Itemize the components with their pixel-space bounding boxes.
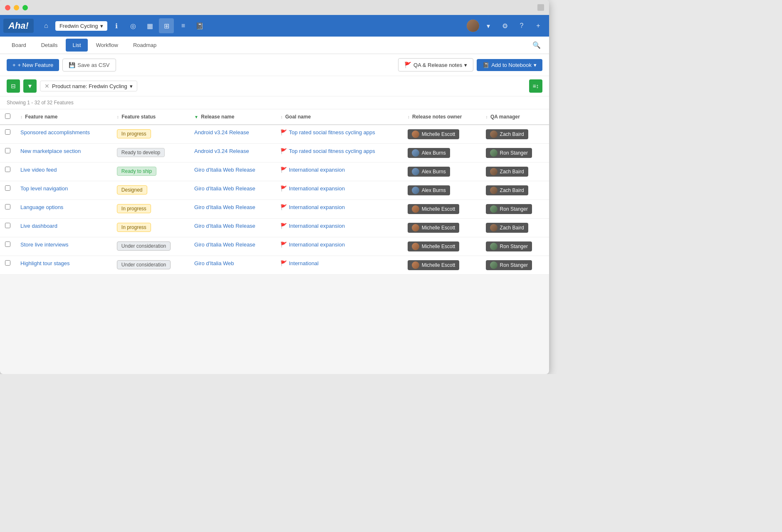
table-header-row: ↕ Feature name ↕ Feature status ▼ Releas… bbox=[0, 109, 549, 125]
release-name-cell: Giro d'Italia Web Release bbox=[189, 200, 275, 219]
qa-label: QA & Release notes bbox=[413, 62, 462, 68]
settings-icon[interactable]: ⚙ bbox=[497, 18, 512, 33]
feature-name-link[interactable]: Live video feed bbox=[20, 167, 57, 173]
qa-manager-header[interactable]: ↕ QA manager bbox=[481, 109, 549, 125]
release-name-link[interactable]: Android v3.24 Release bbox=[194, 148, 249, 154]
home-icon[interactable]: ⌂ bbox=[39, 18, 54, 33]
notes-owner-badge: Michelle Escott bbox=[408, 223, 460, 233]
feature-name-link[interactable]: Live dashboard bbox=[20, 223, 57, 229]
row-checkbox[interactable] bbox=[5, 260, 10, 266]
tab-list[interactable]: List bbox=[66, 39, 87, 52]
row-checkbox-cell bbox=[0, 125, 15, 144]
feature-status-header[interactable]: ↕ Feature status bbox=[112, 109, 189, 125]
goal-name-link[interactable]: 🚩International expansion bbox=[280, 167, 344, 173]
goal-flag-icon: 🚩 bbox=[280, 260, 287, 266]
goal-name-link[interactable]: 🚩International expansion bbox=[280, 185, 344, 192]
tab-roadmap[interactable]: Roadmap bbox=[126, 39, 163, 52]
filter-button[interactable]: ▼ bbox=[23, 79, 37, 93]
qa-manager-avatar bbox=[490, 224, 497, 232]
release-notes-owner-header[interactable]: ↕ Release notes owner bbox=[403, 109, 481, 125]
toggle-columns-button[interactable]: ⊟ bbox=[7, 79, 20, 93]
notes-owner-badge: Alex Burns bbox=[408, 167, 450, 177]
feature-name-link[interactable]: Top level navigation bbox=[20, 185, 68, 192]
active-filter[interactable]: ✕ Product name: Fredwin Cycling ▾ bbox=[40, 81, 137, 91]
row-checkbox[interactable] bbox=[5, 129, 10, 135]
row-checkbox[interactable] bbox=[5, 223, 10, 228]
qa-manager-badge: Ron Stanger bbox=[486, 204, 532, 214]
row-checkbox[interactable] bbox=[5, 185, 10, 191]
tab-board[interactable]: Board bbox=[5, 39, 33, 52]
list-icon[interactable]: ≡ bbox=[176, 18, 191, 33]
feature-name-link[interactable]: Store live interviews bbox=[20, 241, 69, 248]
feature-name-header[interactable]: ↕ Feature name bbox=[15, 109, 112, 125]
qa-manager-badge: Zach Baird bbox=[486, 185, 528, 195]
release-name-link[interactable]: Giro d'Italia Web Release bbox=[194, 167, 255, 173]
release-name-link[interactable]: Giro d'Italia Web Release bbox=[194, 185, 255, 192]
feature-name-cell: Store live interviews bbox=[15, 237, 112, 256]
feature-name-link[interactable]: Sponsored accomplishments bbox=[20, 129, 90, 135]
showing-text: Showing 1 - 32 of 32 Features bbox=[7, 100, 74, 106]
minimize-button[interactable] bbox=[14, 5, 19, 10]
sort-release-name-icon: ▼ bbox=[194, 115, 198, 119]
release-name-link[interactable]: Giro d'Italia Web bbox=[194, 260, 234, 266]
notes-owner-avatar bbox=[412, 187, 419, 194]
qa-manager-avatar bbox=[490, 187, 497, 194]
notes-owner-avatar bbox=[412, 243, 419, 250]
qa-release-notes-button[interactable]: 🚩 QA & Release notes ▾ bbox=[398, 58, 473, 71]
tab-details[interactable]: Details bbox=[35, 39, 64, 52]
notes-owner-name: Alex Burns bbox=[422, 169, 446, 175]
info-icon[interactable]: ℹ bbox=[109, 18, 124, 33]
help-icon[interactable]: ? bbox=[514, 18, 529, 33]
sort-button[interactable]: ≡↕ bbox=[529, 79, 542, 93]
feature-name-cell: Live video feed bbox=[15, 163, 112, 181]
user-chevron-icon[interactable]: ▾ bbox=[481, 18, 496, 33]
add-to-notebook-button[interactable]: 📓 Add to Notebook ▾ bbox=[477, 59, 542, 71]
feature-name-link[interactable]: New marketplace section bbox=[20, 148, 81, 154]
goal-name-link[interactable]: 🚩International expansion bbox=[280, 223, 344, 229]
add-icon[interactable]: + bbox=[531, 18, 546, 33]
row-checkbox[interactable] bbox=[5, 241, 10, 247]
maximize-button[interactable] bbox=[22, 5, 28, 10]
table-row: Sponsored accomplishments In progress An… bbox=[0, 125, 549, 144]
features-table-container: ↕ Feature name ↕ Feature status ▼ Releas… bbox=[0, 109, 549, 275]
goal-name-link[interactable]: 🚩Top rated social fitness cycling apps bbox=[280, 148, 375, 154]
notebook-icon[interactable]: 📓 bbox=[192, 18, 207, 33]
new-feature-button[interactable]: + + New Feature bbox=[7, 59, 59, 71]
app-window: Aha! ⌂ Fredwin Cycling ▾ ℹ ◎ ▦ ⊞ ≡ 📓 ▾ ⚙… bbox=[0, 0, 549, 374]
save-csv-button[interactable]: 💾 Save as CSV bbox=[62, 59, 116, 71]
release-name-link[interactable]: Giro d'Italia Web Release bbox=[194, 223, 255, 229]
goal-name-link[interactable]: 🚩International bbox=[280, 260, 319, 266]
select-all-checkbox[interactable] bbox=[5, 113, 10, 119]
remove-filter-icon[interactable]: ✕ bbox=[45, 83, 49, 89]
feature-name-link[interactable]: Highlight tour stages bbox=[20, 260, 70, 266]
goal-name-link[interactable]: 🚩International expansion bbox=[280, 204, 344, 210]
feature-name-link[interactable]: Language options bbox=[20, 204, 63, 210]
row-checkbox-cell bbox=[0, 144, 15, 163]
row-checkbox[interactable] bbox=[5, 204, 10, 209]
release-name-link[interactable]: Android v3.24 Release bbox=[194, 129, 249, 135]
row-checkbox[interactable] bbox=[5, 167, 10, 172]
user-avatar[interactable] bbox=[467, 20, 479, 32]
row-checkbox-cell bbox=[0, 200, 15, 219]
feature-name-cell: Highlight tour stages bbox=[15, 256, 112, 275]
feature-status-cell: Ready to develop bbox=[112, 144, 189, 163]
notes-owner-badge: Michelle Escott bbox=[408, 260, 460, 270]
goal-name-link[interactable]: 🚩Top rated social fitness cycling apps bbox=[280, 129, 375, 135]
target-icon[interactable]: ◎ bbox=[126, 18, 141, 33]
qa-manager-name: Ron Stanger bbox=[500, 206, 528, 212]
close-button[interactable] bbox=[5, 5, 10, 10]
status-badge: Designed bbox=[117, 185, 147, 195]
release-notes-owner-cell: Michelle Escott bbox=[403, 237, 481, 256]
product-selector[interactable]: Fredwin Cycling ▾ bbox=[55, 21, 107, 31]
goal-name-link[interactable]: 🚩International expansion bbox=[280, 241, 344, 248]
release-name-header[interactable]: ▼ Release name bbox=[189, 109, 275, 125]
row-checkbox[interactable] bbox=[5, 148, 10, 153]
select-all-column[interactable] bbox=[0, 109, 15, 125]
release-name-link[interactable]: Giro d'Italia Web Release bbox=[194, 241, 255, 248]
search-icon[interactable]: 🔍 bbox=[529, 39, 544, 51]
grid-icon[interactable]: ⊞ bbox=[159, 18, 174, 33]
tab-workflow[interactable]: Workflow bbox=[89, 39, 125, 52]
goal-name-header[interactable]: ↕ Goal name bbox=[275, 109, 402, 125]
calendar-icon[interactable]: ▦ bbox=[142, 18, 157, 33]
release-name-link[interactable]: Giro d'Italia Web Release bbox=[194, 204, 255, 210]
